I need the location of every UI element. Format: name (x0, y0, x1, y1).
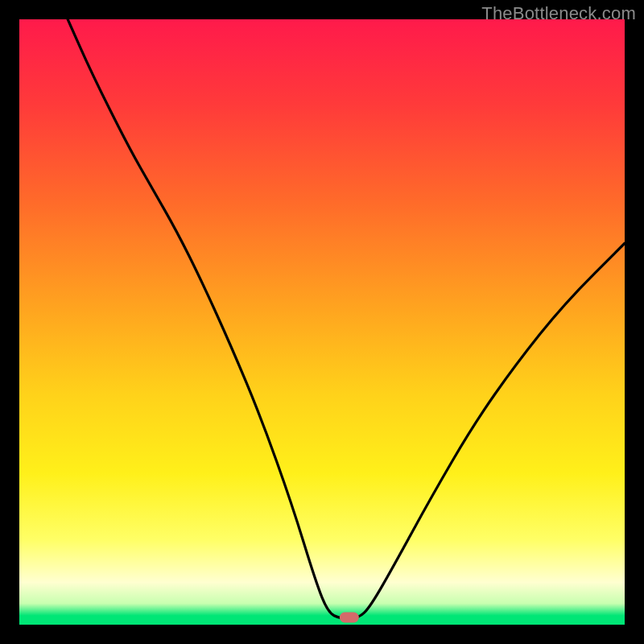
plot-area (19, 19, 625, 625)
chart-frame: TheBottleneck.com (0, 0, 644, 644)
optimal-marker (340, 612, 359, 622)
chart-svg (19, 19, 625, 625)
watermark-text: TheBottleneck.com (481, 3, 636, 24)
